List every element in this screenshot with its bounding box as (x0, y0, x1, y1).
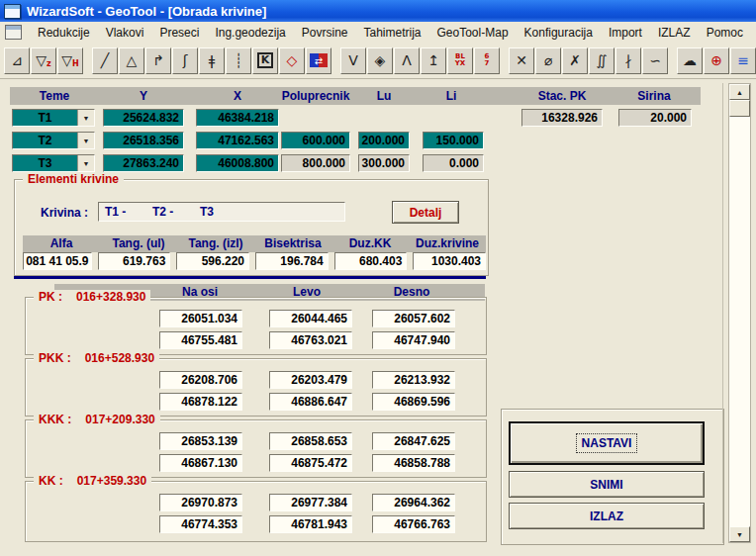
elementi-value-1[interactable]: 619.763 (98, 252, 171, 270)
rose-circle-icon[interactable]: ⊕ (704, 47, 729, 74)
sirina-field[interactable]: 20.000 (618, 109, 692, 127)
menu-item-konfiguracija[interactable]: Konfiguracija (517, 24, 601, 42)
station-2-row2-col1[interactable]: 46875.472 (269, 454, 352, 472)
station-3-row2-col0[interactable]: 46774.353 (159, 515, 242, 533)
angle-points-icon[interactable]: Λ (394, 47, 420, 74)
station-3-row2-col1[interactable]: 46781.943 (269, 515, 352, 533)
slope-triangle-icon[interactable]: ⊿ (4, 47, 30, 74)
six-seven-icon[interactable]: 6 7 (474, 47, 500, 74)
y-field-t3[interactable]: 27863.240 (103, 154, 184, 172)
poluprecnik-field-t2[interactable]: 600.000 (281, 132, 350, 149)
profile-ticks-icon[interactable]: ǂ (199, 47, 225, 74)
flag-z-icon[interactable]: ▽z (31, 47, 56, 74)
scrollbar-thumb[interactable] (729, 100, 750, 117)
double-curve-icon[interactable]: ∬ (589, 47, 614, 74)
child-window-icon[interactable] (5, 25, 22, 40)
station-0-row2-col2[interactable]: 46747.940 (372, 331, 455, 349)
profile-dashed-icon[interactable]: ┊ (226, 47, 251, 74)
triangle-icon[interactable]: △ (119, 47, 144, 74)
teme-combo-t2-dropdown-button[interactable]: ▼ (77, 133, 94, 148)
teme-combo-t1[interactable]: T1 ▼ (12, 109, 95, 127)
x-field-t2[interactable]: 47162.563 (196, 132, 279, 149)
x-field-t1[interactable]: 46384.218 (196, 109, 279, 127)
menu-item-preseci[interactable]: Preseci (151, 24, 207, 42)
station-0-row1-col0[interactable]: 26051.034 (159, 310, 242, 327)
kite-icon[interactable]: ◈ (367, 47, 393, 74)
station-3-row1-col1[interactable]: 26977.384 (269, 494, 352, 511)
alfa-values-row: 081 41 05.9619.763596.220196.784680.4031… (23, 252, 486, 270)
menu-item-povrsine[interactable]: Povrsine (294, 24, 356, 42)
station-0-row2-col1[interactable]: 46763.021 (269, 331, 352, 349)
elementi-value-3[interactable]: 196.784 (255, 252, 329, 270)
station-1-row2-col1[interactable]: 46886.647 (269, 393, 352, 411)
teme-combo-t1-dropdown-button[interactable]: ▼ (77, 110, 94, 126)
elementi-value-0[interactable]: 081 41 05.9 (23, 252, 92, 270)
parcel-icon[interactable]: ☁ (677, 47, 703, 74)
station-0-row2-col0[interactable]: 46755.481 (159, 331, 242, 349)
station-1-row2-col2[interactable]: 46869.596 (372, 393, 455, 411)
station-0-row1-col2[interactable]: 26057.602 (372, 310, 455, 327)
curve-arrow-icon[interactable]: ↱ (145, 47, 171, 74)
menu-item-redukcije[interactable]: Redukcije (30, 24, 98, 42)
intersection-icon[interactable]: ✕ (509, 47, 534, 74)
line-segment-icon[interactable]: ╱ (92, 47, 118, 74)
teme-combo-t3[interactable]: T3 ▼ (12, 154, 95, 172)
scroll-down-button[interactable]: ▼ (729, 526, 750, 542)
menu-item-import[interactable]: Import (601, 24, 650, 42)
izlaz-button[interactable]: IZLAZ (509, 503, 705, 529)
vertical-scrollbar[interactable]: ▲ ▼ (728, 83, 751, 543)
station-1-row1-col1[interactable]: 26203.479 (269, 371, 352, 389)
menu-item-vlakovi[interactable]: Vlakovi (98, 24, 152, 42)
x-field-t3[interactable]: 46008.800 (196, 154, 279, 172)
station-1-row2-col0[interactable]: 46878.122 (159, 393, 242, 411)
teme-combo-t3-dropdown-button[interactable]: ▼ (77, 155, 94, 171)
station-legend-1: PKK :016+528.930 (34, 351, 159, 365)
flag-h-icon[interactable]: ▽H (57, 47, 83, 74)
swap-colors-icon[interactable]: ⇄ (306, 47, 331, 74)
menu-item-tahimetrija[interactable]: Tahimetrija (355, 24, 428, 42)
station-1-row1-col0[interactable]: 26208.706 (159, 371, 242, 389)
li-field-t3[interactable]: 0.000 (423, 154, 484, 172)
scroll-up-button[interactable]: ▲ (729, 84, 750, 100)
nastavi-button[interactable]: NASTAVI (509, 421, 705, 465)
station-3-row1-col2[interactable]: 26964.362 (372, 494, 455, 511)
lu-field-t2[interactable]: 200.000 (358, 132, 410, 149)
y-field-t1[interactable]: 25624.832 (103, 109, 184, 127)
elementi-value-5[interactable]: 1030.403 (413, 252, 486, 270)
elementi-value-2[interactable]: 596.220 (176, 252, 249, 270)
krivina-field[interactable]: T1 - T2 - T3 (98, 202, 345, 222)
stac-pk-field[interactable]: 16328.926 (521, 109, 603, 127)
delete-intersection-icon[interactable]: ✗ (562, 47, 588, 74)
menu-item-pomoc[interactable]: Pomoc (699, 24, 751, 42)
li-field-t2[interactable]: 150.000 (423, 132, 484, 149)
menu-item-izlaz[interactable]: IZLAZ (650, 24, 699, 42)
circle-slash-icon[interactable]: ⌀ (535, 47, 561, 74)
station-2-row1-col0[interactable]: 26853.139 (159, 432, 242, 450)
v-points-icon[interactable]: V (340, 47, 366, 74)
station-2-row1-col1[interactable]: 26858.653 (269, 432, 352, 450)
layers-icon[interactable]: ≡ (730, 47, 756, 74)
detalj-button[interactable]: Detalj (392, 201, 459, 224)
menu-item-ing-geodezija[interactable]: Ing.geodezija (207, 24, 293, 42)
y-field-t2[interactable]: 26518.356 (103, 132, 184, 149)
teme-combo-t2[interactable]: T2 ▼ (12, 132, 95, 149)
bl-yx-icon[interactable]: BL YX (447, 47, 473, 74)
station-2-row2-col0[interactable]: 46867.130 (159, 454, 242, 472)
diamond-icon[interactable]: ◇ (279, 47, 305, 74)
snimi-button[interactable]: SNIMI (509, 471, 705, 498)
hook-curve-icon[interactable]: ∽ (642, 47, 668, 74)
station-3-row2-col2[interactable]: 46766.763 (372, 515, 455, 533)
menu-item-geotool-map[interactable]: GeoTool-Map (429, 24, 517, 42)
lu-field-t3[interactable]: 300.000 (358, 154, 410, 172)
station-2-row1-col2[interactable]: 26847.625 (372, 432, 455, 450)
station-1-row1-col2[interactable]: 26213.932 (372, 371, 455, 389)
poluprecnik-field-t3[interactable]: 800.000 (281, 154, 350, 172)
station-3-row1-col0[interactable]: 26970.873 (159, 494, 242, 511)
curve-icon[interactable]: ʃ (172, 47, 198, 74)
point-on-line-icon[interactable]: ∤ (615, 47, 641, 74)
elementi-value-4[interactable]: 680.403 (334, 252, 408, 270)
circle-arrow-icon[interactable]: ↥ (421, 47, 446, 74)
k-frame-icon[interactable]: K (252, 47, 278, 74)
station-0-row1-col1[interactable]: 26044.465 (269, 310, 352, 327)
station-2-row2-col2[interactable]: 46858.788 (372, 454, 455, 472)
